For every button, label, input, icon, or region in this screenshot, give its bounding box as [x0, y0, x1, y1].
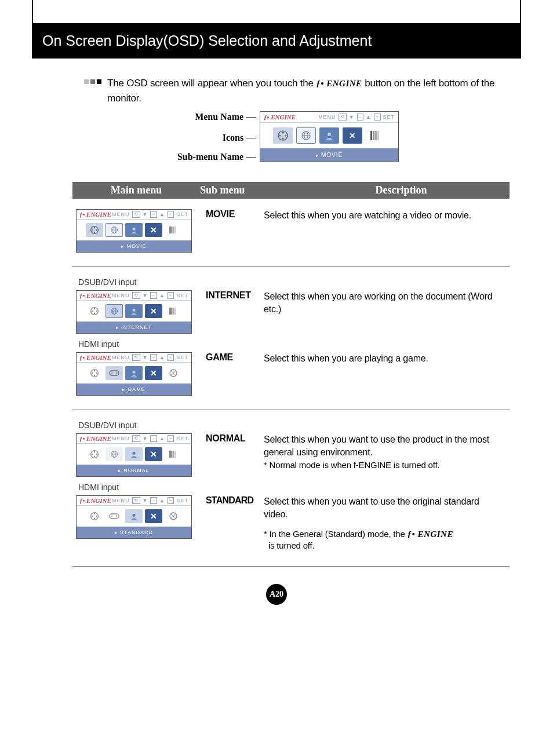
osd-preview-standard: ƒ• ENGINEMENU⟲▼–▲+SET ✕ ▸STANDARD	[76, 495, 192, 539]
svg-point-21	[132, 228, 135, 231]
globe-icon	[296, 127, 316, 144]
svg-point-3	[285, 135, 287, 137]
osd-nav: MENU⟲ ▼– ▲+ SET	[318, 114, 395, 120]
x-icon: ✕	[145, 223, 162, 237]
osd-preview-game: ƒ• ENGINEMENU⟲▼–▲+SET ✕ ▸GAME	[76, 352, 192, 396]
page-number-badge: A20	[266, 584, 287, 605]
svg-point-14	[94, 227, 95, 228]
svg-point-64	[92, 516, 93, 517]
svg-point-30	[94, 313, 95, 314]
svg-point-15	[92, 229, 93, 231]
th-main: Main menu	[72, 184, 200, 196]
svg-point-69	[116, 516, 117, 517]
portrait-icon	[125, 304, 143, 318]
svg-point-40	[94, 370, 95, 371]
svg-rect-10	[373, 131, 374, 140]
svg-rect-23	[171, 227, 172, 233]
globe-icon	[105, 447, 123, 461]
bars-icon	[165, 447, 182, 461]
sport-icon	[165, 509, 182, 523]
entry-normal-standard: DSUB/DVI input ƒ• ENGINEMENU⟲▼–▲+SET ✕ ▸…	[72, 410, 510, 567]
portrait-icon	[125, 223, 143, 237]
desc-normal: Select this when you want to use the pro…	[264, 433, 504, 458]
film-reel-icon	[273, 127, 293, 144]
hdmi-label-2: HDMI input	[78, 483, 510, 492]
icons-label: Icons	[223, 133, 243, 143]
globe-icon	[105, 223, 123, 237]
svg-rect-60	[173, 451, 174, 458]
svg-point-42	[96, 372, 97, 374]
x-icon: ✕	[343, 127, 362, 144]
svg-point-34	[132, 309, 135, 312]
osd-preview-normal: ƒ• ENGINEMENU⟲▼–▲+SET ✕ ▸NORMAL	[76, 433, 192, 477]
film-reel-icon	[86, 304, 103, 318]
gamepad-icon	[105, 366, 123, 380]
svg-point-63	[94, 513, 95, 514]
th-desc: Description	[293, 184, 510, 196]
x-icon: ✕	[145, 509, 162, 523]
svg-point-53	[94, 456, 95, 457]
bullet-icon	[84, 79, 101, 84]
dsub-dvi-label-2: DSUB/DVI input	[78, 421, 510, 430]
intro-text: The OSD screen will appear when you touc…	[107, 76, 504, 105]
svg-point-46	[116, 372, 117, 374]
svg-rect-11	[375, 131, 377, 140]
entry-internet-game: DSUB/DVI input ƒ• ENGINEMENU⟲▼–▲+SET ✕ ▸…	[72, 267, 510, 410]
svg-point-65	[96, 516, 97, 517]
note-standard: * In the General (Standard) mode, the ƒ•…	[264, 528, 504, 552]
svg-point-66	[94, 518, 95, 519]
svg-rect-59	[171, 451, 172, 458]
svg-rect-22	[169, 227, 170, 233]
submenu-movie: MOVIE	[206, 209, 264, 220]
intro-row: The OSD screen will appear when you touc…	[32, 76, 521, 105]
menu-name-label: Menu Name	[195, 112, 243, 122]
osd-preview-main: ƒ• ENGINE MENU⟲ ▼– ▲+ SET ✕	[260, 111, 399, 162]
svg-rect-35	[169, 308, 170, 315]
svg-point-17	[94, 232, 95, 233]
submenu-internet: INTERNET	[206, 290, 264, 301]
bars-icon	[165, 223, 182, 237]
desc-standard: Select this when you want to use the ori…	[264, 495, 504, 520]
page-title: On Screen Display(OSD) Selection and Adj…	[42, 32, 372, 49]
svg-rect-37	[173, 308, 174, 315]
svg-point-52	[96, 454, 97, 455]
osd-title: ƒ• ENGINE	[264, 114, 296, 120]
x-icon: ✕	[145, 447, 162, 461]
submenu-game: GAME	[206, 352, 264, 363]
svg-rect-67	[110, 514, 119, 518]
svg-rect-38	[174, 308, 176, 315]
portrait-icon	[125, 509, 143, 523]
gamepad-icon	[105, 509, 123, 523]
hdmi-label: HDMI input	[78, 339, 510, 349]
svg-point-47	[132, 371, 135, 374]
svg-point-2	[279, 135, 281, 137]
th-sub: Sub menu	[200, 184, 293, 196]
osd-diagram: Menu Name Icons Sub-menu Name ƒ• ENGINE …	[32, 111, 521, 165]
svg-point-4	[282, 138, 284, 140]
portrait-icon	[125, 366, 143, 380]
svg-rect-36	[171, 308, 172, 315]
portrait-icon	[125, 447, 143, 461]
sport-icon	[165, 366, 182, 380]
bars-icon	[366, 127, 385, 144]
osd-footer-label: MOVIE	[321, 152, 343, 158]
svg-rect-9	[370, 131, 372, 140]
svg-rect-58	[169, 451, 170, 458]
svg-point-8	[328, 133, 331, 136]
svg-point-1	[282, 132, 284, 134]
x-icon: ✕	[145, 304, 162, 318]
svg-point-50	[94, 451, 95, 452]
portrait-icon	[319, 127, 339, 144]
svg-rect-25	[174, 227, 176, 233]
svg-point-41	[92, 372, 93, 374]
svg-rect-12	[377, 131, 379, 140]
film-reel-icon	[86, 223, 103, 237]
submenu-standard: STANDARD	[206, 495, 264, 506]
page-title-bar: On Screen Display(OSD) Selection and Adj…	[32, 23, 521, 59]
svg-point-29	[96, 311, 97, 312]
bars-icon	[165, 304, 182, 318]
svg-rect-61	[174, 451, 176, 458]
svg-point-27	[94, 308, 95, 309]
globe-icon	[105, 304, 123, 318]
svg-point-28	[92, 311, 93, 312]
